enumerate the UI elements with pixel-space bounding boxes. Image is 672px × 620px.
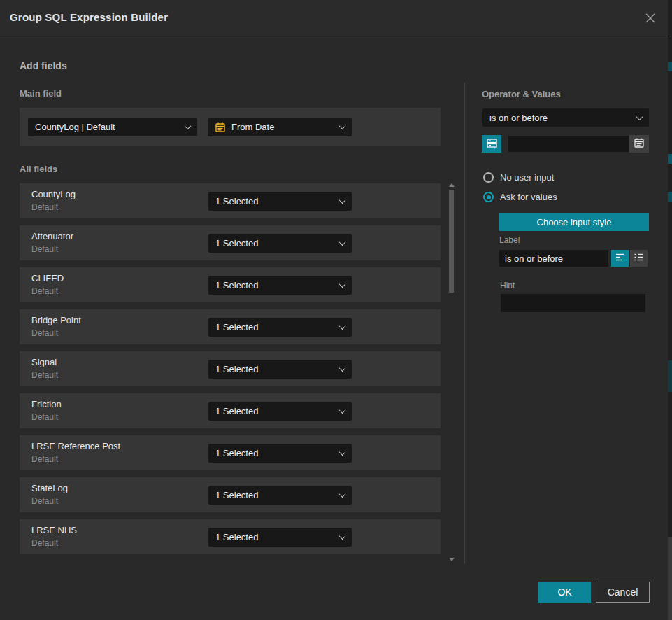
field-row-lrse-reference-post: LRSE Reference Post Default 1 Selected (20, 435, 441, 470)
layer-select-value: CountyLog | Default (35, 122, 180, 132)
field-values-select[interactable]: 1 Selected (208, 192, 352, 211)
fields-list-scrollbar[interactable] (448, 181, 456, 564)
chevron-down-icon (339, 239, 346, 246)
field-values-select[interactable]: 1 Selected (208, 360, 352, 379)
background-fragment (668, 537, 672, 620)
field-values-select-value: 1 Selected (215, 238, 334, 248)
panel-divider (464, 83, 465, 564)
value-input[interactable] (508, 136, 629, 152)
background-fragment (668, 154, 672, 164)
calendar-icon (215, 122, 226, 133)
chevron-down-icon (185, 122, 192, 129)
unique-values-button[interactable] (482, 135, 501, 153)
main-field-label: Main field (20, 88, 62, 99)
chevron-down-icon (339, 533, 346, 540)
field-values-select-value: 1 Selected (215, 196, 334, 206)
chevron-down-icon (339, 365, 346, 372)
field-name: Friction (31, 399, 62, 409)
dialog-title: Group SQL Expression Builder (10, 11, 168, 23)
date-picker-button[interactable] (629, 135, 649, 153)
main-field-container: CountyLog | Default From Date (20, 108, 441, 146)
field-name: Bridge Point (31, 315, 81, 325)
field-values-select-value: 1 Selected (215, 406, 334, 416)
operator-values-heading: Operator & Values (482, 89, 561, 99)
field-row-bridge-point: Bridge Point Default 1 Selected (20, 309, 441, 344)
chevron-down-icon (339, 407, 346, 414)
field-sublabel: Default (31, 538, 58, 548)
field-sublabel: Default (31, 202, 58, 212)
radio-circle-icon (483, 172, 494, 183)
field-values-select-value: 1 Selected (215, 490, 334, 500)
cancel-button[interactable]: Cancel (596, 582, 650, 603)
field-values-select[interactable]: 1 Selected (208, 528, 352, 547)
chevron-down-icon (339, 449, 346, 456)
stacked-rows-icon (486, 137, 498, 151)
field-row-statelog: StateLog Default 1 Selected (20, 477, 441, 512)
chevron-down-icon (636, 113, 643, 120)
all-fields-list: CountyLog Default 1 Selected Attenuator … (20, 183, 441, 561)
radio-no-user-input[interactable]: No user input (483, 172, 554, 183)
field-values-select[interactable]: 1 Selected (208, 402, 352, 421)
field-name: CLIFED (31, 273, 64, 283)
field-row-clifed: CLIFED Default 1 Selected (20, 267, 441, 302)
field-row-friction: Friction Default 1 Selected (20, 393, 441, 428)
field-name: LRSE Reference Post (31, 441, 120, 451)
layer-select[interactable]: CountyLog | Default (28, 118, 197, 136)
field-values-select-value: 1 Selected (215, 322, 334, 332)
calendar-icon (634, 137, 645, 150)
field-name: StateLog (31, 483, 68, 493)
operator-select-value: is on or before (489, 113, 631, 123)
field-name: LRSE NHS (31, 525, 77, 535)
background-fragment (668, 192, 672, 202)
hint-field-label: Hint (500, 281, 515, 290)
all-fields-label: All fields (20, 164, 57, 174)
chevron-down-icon (339, 323, 346, 330)
align-left-icon (615, 252, 625, 265)
list-icon (634, 252, 644, 265)
field-name: Signal (31, 357, 57, 367)
field-row-signal: Signal Default 1 Selected (20, 351, 441, 386)
scroll-up-icon[interactable] (449, 183, 455, 187)
label-input[interactable] (499, 250, 608, 267)
background-fragment (668, 360, 672, 392)
field-values-select[interactable]: 1 Selected (208, 234, 352, 253)
field-name: Attenuator (31, 231, 73, 241)
single-line-style-toggle[interactable] (611, 250, 629, 267)
field-sublabel: Default (31, 328, 58, 338)
close-icon[interactable] (644, 12, 657, 24)
field-values-select[interactable]: 1 Selected (208, 486, 352, 505)
field-name: CountyLog (31, 189, 76, 199)
operator-select[interactable]: is on or before (482, 108, 649, 127)
field-values-select[interactable]: 1 Selected (208, 444, 352, 463)
field-values-select-value: 1 Selected (215, 364, 334, 374)
radio-label: Ask for values (500, 192, 557, 202)
hint-input[interactable] (501, 294, 645, 312)
scrollbar-thumb[interactable] (449, 190, 454, 293)
chevron-down-icon (339, 197, 346, 204)
field-sublabel: Default (31, 370, 58, 380)
chevron-down-icon (339, 281, 346, 288)
chevron-down-icon (339, 122, 346, 129)
background-app-edge (668, 0, 672, 620)
radio-label: No user input (500, 172, 554, 183)
field-sublabel: Default (31, 244, 58, 254)
field-row-countylog: CountyLog Default 1 Selected (20, 183, 441, 218)
ok-button[interactable]: OK (538, 582, 591, 603)
field-values-select[interactable]: 1 Selected (208, 318, 352, 337)
field-values-select-value: 1 Selected (215, 532, 334, 542)
field-row-lrse-nhs: LRSE NHS Default 1 Selected (20, 519, 441, 554)
dialog-header: Group SQL Expression Builder (0, 0, 668, 36)
field-sublabel: Default (31, 496, 58, 506)
field-sublabel: Default (31, 454, 58, 464)
radio-circle-checked-icon (483, 192, 494, 202)
list-style-toggle[interactable] (630, 250, 648, 267)
field-row-attenuator: Attenuator Default 1 Selected (20, 225, 441, 260)
main-field-select[interactable]: From Date (208, 118, 352, 136)
background-fragment (668, 62, 672, 71)
choose-input-style-button[interactable]: Choose input style (499, 213, 649, 231)
label-field-label: Label (499, 235, 520, 245)
scroll-down-icon[interactable] (449, 558, 455, 561)
field-values-select[interactable]: 1 Selected (208, 276, 352, 295)
field-values-select-value: 1 Selected (215, 448, 334, 458)
radio-ask-for-values[interactable]: Ask for values (483, 192, 557, 202)
